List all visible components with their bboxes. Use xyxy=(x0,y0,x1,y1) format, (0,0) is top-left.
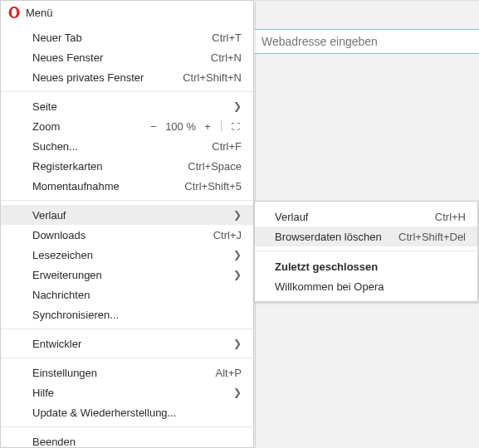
menu-settings[interactable]: Einstellungen Alt+P xyxy=(1,363,253,382)
menu-news[interactable]: Nachrichten xyxy=(1,285,253,304)
menu-title: Menü xyxy=(26,7,53,19)
menu-item-label: Einstellungen xyxy=(32,367,209,379)
chevron-right-icon: ❯ xyxy=(233,249,242,261)
chevron-right-icon: ❯ xyxy=(233,387,242,398)
menu-separator xyxy=(1,426,253,427)
menu-item-shortcut: Ctrl+Space xyxy=(188,160,242,173)
menu-extensions[interactable]: Erweiterungen ❯ xyxy=(1,265,253,285)
menu-item-label: Synchronisieren... xyxy=(32,309,242,321)
menu-item-label: Neues Fenster xyxy=(32,51,204,64)
submenu-item-label: Verlauf xyxy=(275,211,435,223)
menu-update-recovery[interactable]: Update & Wiederherstellung... xyxy=(1,402,253,422)
menu-separator xyxy=(1,358,253,358)
menu-item-label: Seite xyxy=(32,100,227,113)
menu-item-label: Registerkarten xyxy=(32,160,181,173)
menu-item-shortcut: Ctrl+T xyxy=(212,32,242,44)
menu-snapshot[interactable]: Momentaufnahme Ctrl+Shift+5 xyxy=(1,176,253,196)
menu-exit[interactable]: Beenden xyxy=(1,431,253,448)
opera-logo-icon xyxy=(7,6,21,19)
menu-item-label: Momentaufnahme xyxy=(32,180,178,192)
chevron-right-icon: ❯ xyxy=(233,209,242,221)
menu-item-label: Zoom xyxy=(32,120,147,133)
menu-new-private-window[interactable]: Neues privates Fenster Ctrl+Shift+N xyxy=(1,67,253,87)
menu-developer[interactable]: Entwickler ❯ xyxy=(1,334,253,353)
menu-item-shortcut: Ctrl+J xyxy=(213,229,242,241)
menu-item-shortcut: Alt+P xyxy=(216,367,242,379)
address-input[interactable] xyxy=(260,34,474,49)
menu-item-label: Lesezeichen xyxy=(32,249,227,261)
submenu-welcome-opera[interactable]: Willkommen bei Opera xyxy=(255,276,477,296)
menu-item-label: Suchen... xyxy=(32,140,205,153)
menu-item-label: Nachrichten xyxy=(32,289,242,301)
menu-downloads[interactable]: Downloads Ctrl+J xyxy=(1,225,253,245)
chevron-right-icon: ❯ xyxy=(233,269,242,280)
zoom-out-button[interactable]: − xyxy=(147,120,160,133)
menu-item-label: Downloads xyxy=(32,229,207,241)
submenu-item-shortcut: Ctrl+Shift+Del xyxy=(398,231,466,243)
submenu-item-label: Browserdaten löschen xyxy=(275,231,398,243)
menu-item-label: Entwickler xyxy=(32,338,227,350)
recently-closed-heading: Zuletzt geschlossen xyxy=(255,256,477,276)
menu-item-label: Update & Wiederherstellung... xyxy=(32,407,242,419)
submenu-clear-browsing-data[interactable]: Browserdaten löschen Ctrl+Shift+Del xyxy=(255,226,477,246)
submenu-separator xyxy=(255,251,477,251)
menu-separator xyxy=(1,91,253,92)
menu-item-label: Beenden xyxy=(32,436,242,448)
menu-item-shortcut: Ctrl+Shift+N xyxy=(183,71,242,84)
menu-new-window[interactable]: Neues Fenster Ctrl+N xyxy=(1,47,253,67)
menu-separator xyxy=(1,329,253,329)
menu-item-label: Erweiterungen xyxy=(32,269,227,281)
menu-item-label: Verlauf xyxy=(32,209,227,222)
menu-item-shortcut: Ctrl+N xyxy=(211,51,242,64)
app-window: Menü Neuer Tab Ctrl+T Neues Fenster Ctrl… xyxy=(0,0,479,448)
zoom-value: 100 % xyxy=(164,120,198,133)
menu-sync[interactable]: Synchronisieren... xyxy=(1,304,253,324)
menu-zoom: Zoom − 100 % + ⛶ xyxy=(1,116,253,136)
zoom-divider xyxy=(221,120,222,132)
menu-bookmarks[interactable]: Lesezeichen ❯ xyxy=(1,245,253,265)
menu-item-label: Neuer Tab xyxy=(32,32,205,44)
menu-list: Neuer Tab Ctrl+T Neues Fenster Ctrl+N Ne… xyxy=(1,24,253,448)
submenu-history[interactable]: Verlauf Ctrl+H xyxy=(255,207,477,226)
menu-item-label: Hilfe xyxy=(32,387,227,399)
chevron-right-icon: ❯ xyxy=(233,338,242,349)
svg-point-1 xyxy=(12,8,17,17)
submenu-item-label: Willkommen bei Opera xyxy=(275,280,466,293)
menu-help[interactable]: Hilfe ❯ xyxy=(1,382,253,402)
menu-new-tab[interactable]: Neuer Tab Ctrl+T xyxy=(1,27,253,47)
fullscreen-icon[interactable]: ⛶ xyxy=(228,122,242,131)
menu-find[interactable]: Suchen... Ctrl+F xyxy=(1,136,253,156)
submenu-item-shortcut: Ctrl+H xyxy=(435,211,466,223)
menu-separator xyxy=(1,200,253,201)
menu-page[interactable]: Seite ❯ xyxy=(1,96,253,116)
menu-item-shortcut: Ctrl+Shift+5 xyxy=(184,180,242,192)
menu-header: Menü xyxy=(1,1,253,24)
zoom-in-button[interactable]: + xyxy=(201,120,214,133)
menu-item-label: Neues privates Fenster xyxy=(32,71,176,84)
main-menu-panel: Menü Neuer Tab Ctrl+T Neues Fenster Ctrl… xyxy=(0,0,254,448)
menu-history[interactable]: Verlauf ❯ xyxy=(1,205,253,225)
menu-tabs[interactable]: Registerkarten Ctrl+Space xyxy=(1,156,253,176)
address-bar[interactable] xyxy=(255,29,479,54)
history-submenu-panel: Verlauf Ctrl+H Browserdaten löschen Ctrl… xyxy=(254,201,478,302)
chevron-right-icon: ❯ xyxy=(233,100,242,112)
menu-item-shortcut: Ctrl+F xyxy=(212,140,242,153)
